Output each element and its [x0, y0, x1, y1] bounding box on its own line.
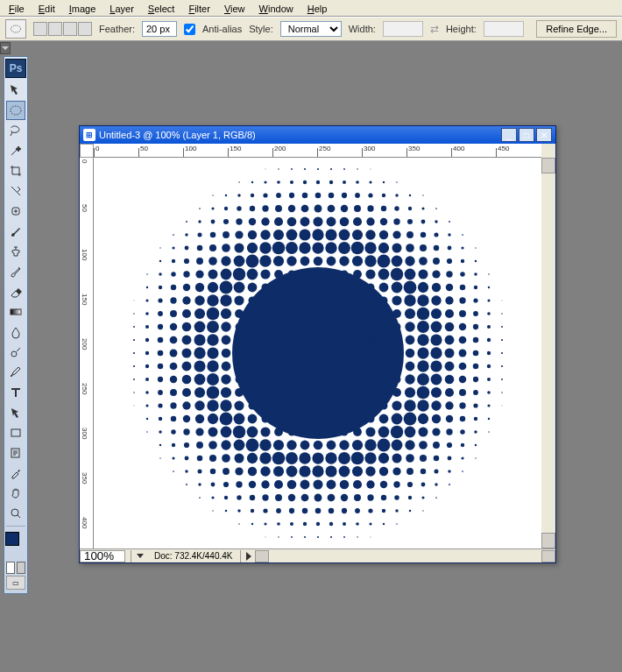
- anti-alias-checkbox[interactable]: [184, 24, 195, 35]
- svg-point-423: [194, 387, 204, 398]
- svg-point-649: [288, 508, 293, 513]
- titlebar[interactable]: ⊞ Untitled-3 @ 100% (Layer 1, RGB/8) _ □…: [80, 126, 555, 144]
- svg-point-542: [313, 441, 322, 450]
- tool-healing[interactable]: [6, 202, 25, 221]
- svg-point-148: [313, 257, 322, 266]
- tool-zoom[interactable]: [6, 504, 25, 523]
- svg-point-168: [232, 268, 245, 281]
- tool-move[interactable]: [6, 81, 25, 100]
- refine-edge-button[interactable]: Refine Edge...: [536, 20, 617, 38]
- foreground-color-swatch[interactable]: [5, 532, 19, 546]
- ruler-horizontal[interactable]: 050100150200250300350400450: [94, 144, 541, 158]
- svg-point-204: [354, 284, 361, 291]
- maximize-button[interactable]: □: [519, 128, 534, 142]
- tool-eyedropper[interactable]: [6, 463, 25, 483]
- tool-lasso[interactable]: [6, 121, 25, 140]
- tool-type[interactable]: [6, 383, 25, 402]
- tool-brush[interactable]: [6, 222, 25, 241]
- menu-filter[interactable]: Filter: [183, 2, 215, 14]
- ruler-vertical[interactable]: 050100150200250300350400: [80, 158, 94, 548]
- menu-select[interactable]: Select: [143, 2, 180, 14]
- svg-point-117: [234, 243, 244, 252]
- feather-input[interactable]: [142, 21, 177, 37]
- menu-layer[interactable]: Layer: [104, 2, 139, 14]
- tool-dodge[interactable]: [6, 343, 25, 362]
- canvas[interactable]: [94, 158, 541, 548]
- svg-point-311: [249, 336, 255, 343]
- status-flyout-icon[interactable]: [246, 552, 251, 561]
- svg-point-572: [378, 453, 388, 463]
- scrollbar-horizontal[interactable]: [255, 550, 555, 562]
- svg-point-612: [300, 480, 309, 490]
- mode-intersect-icon[interactable]: [78, 22, 92, 36]
- svg-point-88: [173, 234, 174, 236]
- svg-point-334: [169, 350, 177, 357]
- svg-point-62: [380, 206, 385, 211]
- mode-add-icon[interactable]: [48, 22, 62, 36]
- svg-point-212: [459, 285, 464, 290]
- style-select[interactable]: Normal: [280, 21, 342, 37]
- svg-point-301: [501, 326, 503, 328]
- menu-view[interactable]: View: [219, 2, 251, 14]
- svg-point-134: [461, 246, 463, 249]
- tool-wand[interactable]: [6, 141, 25, 160]
- svg-point-329: [486, 338, 490, 342]
- mode-new-icon[interactable]: [33, 22, 47, 36]
- menu-file[interactable]: File: [4, 2, 30, 14]
- svg-point-506: [183, 428, 189, 435]
- screen-mode-button[interactable]: ▭: [6, 576, 25, 590]
- svg-point-502: [487, 418, 489, 420]
- tool-path-select[interactable]: [6, 403, 25, 422]
- zoom-input[interactable]: [80, 550, 125, 562]
- status-menu-icon[interactable]: [137, 554, 144, 558]
- svg-point-400: [276, 377, 281, 382]
- quickmask-mode-icon[interactable]: [17, 562, 25, 574]
- tool-pen[interactable]: [6, 363, 25, 382]
- svg-point-673: [265, 537, 265, 538]
- svg-point-347: [343, 351, 346, 355]
- tool-crop[interactable]: [6, 161, 25, 180]
- svg-point-546: [364, 439, 376, 450]
- svg-point-20: [264, 180, 266, 183]
- tool-slice[interactable]: [6, 181, 25, 201]
- tool-clone[interactable]: [6, 242, 25, 261]
- tool-preset-picker[interactable]: [5, 19, 26, 39]
- svg-point-480: [194, 414, 203, 423]
- palette-well-tab[interactable]: [0, 42, 11, 54]
- menu-image[interactable]: Image: [64, 2, 102, 14]
- minimize-button[interactable]: _: [501, 128, 517, 142]
- scrollbar-vertical[interactable]: [541, 158, 555, 548]
- svg-point-498: [431, 414, 440, 423]
- svg-point-255: [275, 311, 280, 316]
- mode-subtract-icon[interactable]: [63, 22, 77, 36]
- svg-point-124: [325, 242, 336, 253]
- svg-point-111: [159, 247, 160, 248]
- menu-edit[interactable]: Edit: [33, 2, 60, 14]
- standard-mode-icon[interactable]: [6, 562, 15, 574]
- svg-point-158: [446, 258, 451, 264]
- tool-gradient[interactable]: [6, 302, 25, 322]
- svg-point-143: [245, 255, 258, 268]
- svg-point-123: [312, 242, 323, 253]
- tool-eraser[interactable]: [6, 282, 25, 301]
- tool-marquee-ellipse[interactable]: [6, 101, 25, 120]
- ruler-origin[interactable]: [80, 144, 94, 158]
- svg-point-534: [209, 441, 217, 449]
- svg-point-437: [380, 389, 387, 396]
- tool-notes[interactable]: [6, 443, 25, 463]
- menu-window[interactable]: Window: [254, 2, 299, 14]
- svg-point-526: [446, 428, 452, 435]
- tool-blur[interactable]: [6, 322, 25, 342]
- svg-point-274: [145, 325, 148, 329]
- svg-point-270: [473, 311, 478, 316]
- svg-point-543: [326, 441, 336, 450]
- color-swatches[interactable]: [5, 532, 26, 556]
- close-button[interactable]: ✕: [536, 128, 552, 142]
- svg-point-309: [221, 336, 230, 345]
- tool-history-brush[interactable]: [6, 262, 25, 281]
- tool-hand[interactable]: [6, 484, 25, 503]
- svg-point-179: [378, 269, 389, 280]
- menu-help[interactable]: Help: [302, 2, 333, 14]
- tool-shape[interactable]: [6, 423, 25, 442]
- svg-point-307: [194, 334, 205, 345]
